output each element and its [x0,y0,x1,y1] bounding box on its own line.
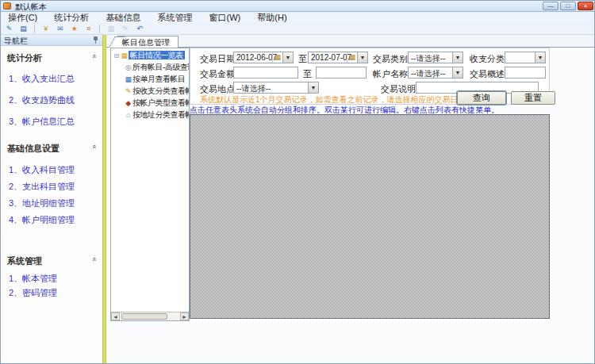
tree-item-by-address[interactable]: ⌂按地址分类查看帐目 [111,109,189,120]
maximize-button[interactable]: □ [560,2,576,10]
scroll-right-icon[interactable]: ► [180,312,189,320]
transaction-category-select[interactable]: --请选择-- ▼ [408,52,463,63]
app-icon [3,2,11,10]
tree-item-by-category[interactable]: ✎按收支分类查看帐目 [111,86,189,96]
summary-input[interactable] [505,67,546,79]
amount-from-input[interactable] [233,67,298,79]
date-label: 交易日期 [200,53,235,65]
menu-help[interactable]: 帮助(H) [250,12,294,23]
date-to-value: 2012-07-07 [311,53,351,62]
tree-item-advanced-search[interactable]: ◎所有帐目-高级查询 [111,62,189,72]
print-icon[interactable]: ▥ [106,24,117,33]
tree-item-by-month[interactable]: ▦按单月查看帐目 [111,74,189,84]
chevron-down-icon: ▼ [535,52,545,63]
reset-button[interactable]: 重置 [511,91,555,105]
tree-root-label: 帐目情况一览表 [129,51,185,59]
to-label: 至 [303,68,312,80]
date-to-picker[interactable]: 2012-07-07 ▦ ▼ [308,52,368,63]
menu-base-info[interactable]: 基础信息 [98,12,148,23]
sidebar-item-income-expense-summary[interactable]: 1、收入支出汇总 [9,73,75,85]
modify-icon[interactable]: ✎ [121,24,131,33]
summary-label: 交易概述 [470,68,505,80]
select-value: --请选择-- [411,53,445,64]
inout-category-label: 收支分类 [470,53,505,65]
section-title-label: 统计分析 [7,53,42,63]
sidebar-item-account-info-summary[interactable]: 3、帐户信息汇总 [9,116,75,128]
toolbar: ✎ ▤ ¥ ✉ ★ ¤ ▥ ✎ ↶ [1,23,595,35]
results-grid-area[interactable] [190,114,550,319]
menu-system[interactable]: 系统管理 [150,12,199,23]
scroll-left-icon[interactable]: ◄ [111,312,120,320]
query-button[interactable]: 查询 [457,91,506,105]
tree-item-label: 所有帐目-高级查询 [132,63,189,71]
collapse-chevron-icon[interactable]: « [90,54,98,58]
tree-item-by-account-type[interactable]: ◆按帐户类型查看帐目 [111,98,189,108]
mail-report-icon[interactable]: ✉ [55,24,65,33]
menu-window[interactable]: 窗口(W) [202,12,248,23]
inout-category-select[interactable]: ▼ [505,52,546,63]
coins-icon[interactable]: ¤ [83,24,94,33]
category-icon: ✎ [124,86,132,96]
calendar-icon[interactable]: ▦ [347,52,357,63]
chevron-down-icon: ▼ [308,82,318,93]
tree-item-label: 按单月查看帐目 [132,75,186,83]
stats-icon[interactable]: ★ [69,24,79,33]
chevron-down-icon: ▼ [452,67,463,78]
section-statistics[interactable]: 统计分析 [7,52,42,64]
account-view-tree: ⊟▦帐目情况一览表 ◎所有帐目-高级查询 ▦按单月查看帐目 ✎按收支分类查看帐目… [110,48,190,321]
window-controls: — □ × [543,2,593,10]
sidebar-item-trend-curve[interactable]: 2、收支趋势曲线 [9,94,75,106]
category-label: 交易类别 [373,53,408,65]
sidebar-title: 导航栏 [4,36,28,47]
date-from-picker[interactable]: 2012-06-07 ▦ ▼ [233,52,294,63]
calendar-icon[interactable]: ▦ [272,52,282,63]
calendar-icon: ▦ [124,75,132,84]
select-value: --请选择-- [236,83,271,94]
sidebar-item-password-manage[interactable]: 2、密码管理 [9,287,57,299]
window-title: 默认帐本 [15,2,47,13]
chevron-down-icon[interactable]: ▼ [282,52,293,63]
query-form: 交易日期 2012-06-07 ▦ ▼ 至 2012-07-07 ▦ ▼ 交易类… [190,48,550,105]
chevron-down-icon: ▼ [452,52,463,63]
edit-record-icon[interactable]: ✎ [4,24,14,33]
sidebar-item-expense-subject[interactable]: 2、支出科目管理 [9,181,75,193]
toolbar-separator [34,25,35,33]
section-title-label: 系统管理 [7,256,42,266]
tree-item-label: 按帐户类型查看帐目 [132,98,189,107]
sidebar-item-account-detail[interactable]: 4、帐户明细管理 [9,214,75,226]
minimize-button[interactable]: — [543,2,559,10]
menu-operation[interactable]: 操作(C) [1,12,44,23]
section-system[interactable]: 系统管理 [7,255,42,267]
sidebar-header: 导航栏 [1,35,102,46]
tab-account-info-manage[interactable]: 帐目信息管理 [117,36,178,48]
ledger-icon[interactable]: ▤ [18,24,29,33]
income-icon[interactable]: ¥ [40,24,51,33]
amount-to-input[interactable] [316,67,367,79]
title-bar: 默认帐本 — □ × [1,1,595,12]
close-button[interactable]: × [578,2,593,10]
menu-statistics[interactable]: 统计分析 [47,12,96,23]
tree-root-row[interactable]: ⊟▦帐目情况一览表 [111,50,189,60]
amount-label: 交易金额 [200,68,235,80]
navigation-sidebar: 导航栏 统计分析 « 1、收入支出汇总 2、收支趋势曲线 3、帐户信息汇总 基础… [1,35,102,364]
collapse-box-icon[interactable]: ⊟ [113,51,120,60]
scrollbar-thumb[interactable] [121,313,167,320]
account-name-select[interactable]: --请选择-- ▼ [408,67,463,79]
toolbar-separator [99,25,100,33]
sidebar-item-income-subject[interactable]: 1、收入科目管理 [9,164,75,176]
undo-icon[interactable]: ↶ [135,24,145,33]
section-base-info[interactable]: 基础信息设置 [7,143,60,155]
select-value: --请选择-- [411,68,445,79]
tree-item-label: 按收支分类查看帐目 [132,86,189,95]
sidebar-item-address-detail[interactable]: 3、地址明细管理 [9,197,75,209]
collapse-chevron-icon[interactable]: « [90,144,98,148]
place-select[interactable]: --请选择-- ▼ [233,82,319,94]
pin-icon[interactable] [93,36,98,44]
address-icon: ⌂ [124,110,132,120]
default-range-notice: 系统默认显示近1个月交易记录，如需查看之前记录，请选择相应的交易日期 [200,94,466,105]
collapse-chevron-icon[interactable]: « [90,257,98,261]
tree-horizontal-scrollbar[interactable]: ◄ ► [111,312,189,320]
sidebar-item-ledger-manage[interactable]: 1、帐本管理 [9,273,57,285]
account-name-label: 帐户名称 [373,68,408,80]
chevron-down-icon[interactable]: ▼ [357,52,367,63]
